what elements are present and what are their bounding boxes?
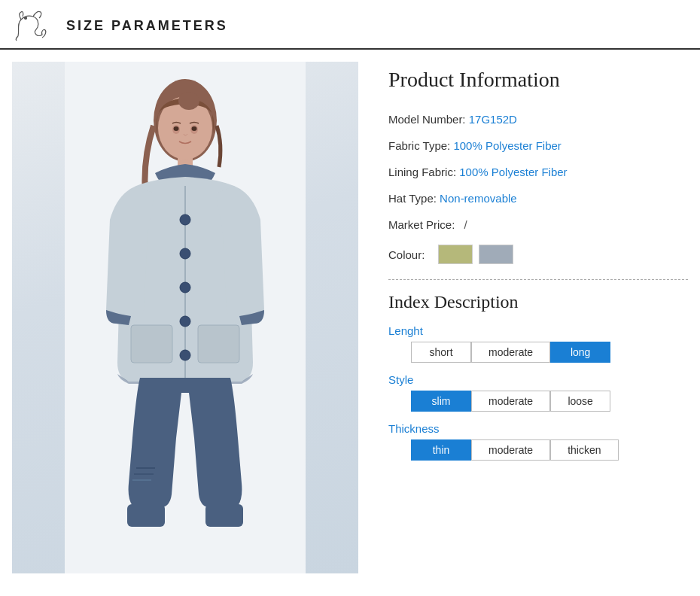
colour-swatch-1[interactable] (438, 245, 473, 264)
style-label: Style (388, 373, 688, 386)
page-header: SIZE PARAMETERS (0, 0, 700, 50)
length-options: short moderate long (411, 342, 688, 363)
svg-point-8 (174, 126, 179, 131)
info-row-hat: Hat Type: Non-removable (388, 192, 688, 205)
colour-label: Colour: (388, 248, 425, 261)
index-description-title: Index Description (388, 292, 688, 312)
market-price-label: Market Price: (388, 218, 455, 231)
colour-row: Colour: (388, 245, 688, 264)
product-info: Product Information Model Number: 17G152… (388, 62, 688, 573)
svg-rect-18 (131, 325, 172, 363)
svg-point-14 (180, 248, 190, 259)
index-group-style: Style slim moderate loose (388, 373, 688, 412)
length-label: Lenght (388, 324, 688, 337)
svg-point-9 (192, 126, 197, 131)
lining-fabric-value: 100% Polyester Fiber (459, 166, 567, 178)
product-image-container (12, 62, 358, 573)
product-image (12, 62, 358, 573)
svg-rect-23 (127, 504, 165, 527)
index-group-length: Lenght short moderate long (388, 324, 688, 363)
svg-point-0 (25, 17, 27, 20)
fabric-type-label: Fabric Type: (388, 139, 450, 152)
info-row-fabric: Fabric Type: 100% Polyester Fiber (388, 139, 688, 152)
info-row-lining: Lining Fabric: 100% Polyester Fiber (388, 166, 688, 178)
style-option-moderate[interactable]: moderate (471, 391, 550, 412)
colour-swatch-2[interactable] (479, 245, 513, 264)
page-title: SIZE PARAMETERS (66, 18, 228, 34)
svg-rect-24 (205, 504, 243, 527)
fabric-type-value: 100% Polyester Fiber (453, 139, 561, 152)
market-price-value: / (464, 218, 467, 231)
length-option-moderate[interactable]: moderate (471, 342, 550, 363)
style-options: slim moderate loose (411, 391, 688, 412)
thickness-option-moderate[interactable]: moderate (471, 439, 550, 461)
model-number-value: 17G152D (469, 113, 517, 126)
product-title: Product Information (388, 68, 688, 92)
style-option-loose[interactable]: loose (550, 391, 610, 412)
svg-point-5 (178, 92, 199, 110)
info-row-price: Market Price: / (388, 218, 688, 231)
model-number-label: Model Number: (388, 113, 466, 126)
svg-rect-19 (198, 325, 239, 363)
length-option-long[interactable]: long (550, 342, 610, 363)
thickness-label: Thickness (388, 422, 688, 435)
length-option-short[interactable]: short (411, 342, 471, 363)
thickness-options: thin moderate thicken (411, 439, 688, 461)
svg-point-16 (180, 316, 190, 327)
hat-type-label: Hat Type: (388, 192, 437, 205)
svg-point-15 (180, 282, 190, 293)
svg-point-17 (180, 350, 190, 360)
style-option-slim[interactable]: slim (411, 391, 471, 412)
thickness-option-thicken[interactable]: thicken (550, 439, 618, 461)
thickness-option-thin[interactable]: thin (411, 439, 471, 461)
hat-type-value: Non-removable (440, 192, 517, 205)
main-content: Product Information Model Number: 17G152… (0, 50, 700, 585)
lining-fabric-label: Lining Fabric: (388, 166, 456, 178)
section-divider (388, 279, 688, 280)
info-row-model: Model Number: 17G152D (388, 113, 688, 126)
brand-logo (12, 9, 57, 42)
svg-point-13 (180, 214, 190, 225)
index-group-thickness: Thickness thin moderate thicken (388, 422, 688, 461)
